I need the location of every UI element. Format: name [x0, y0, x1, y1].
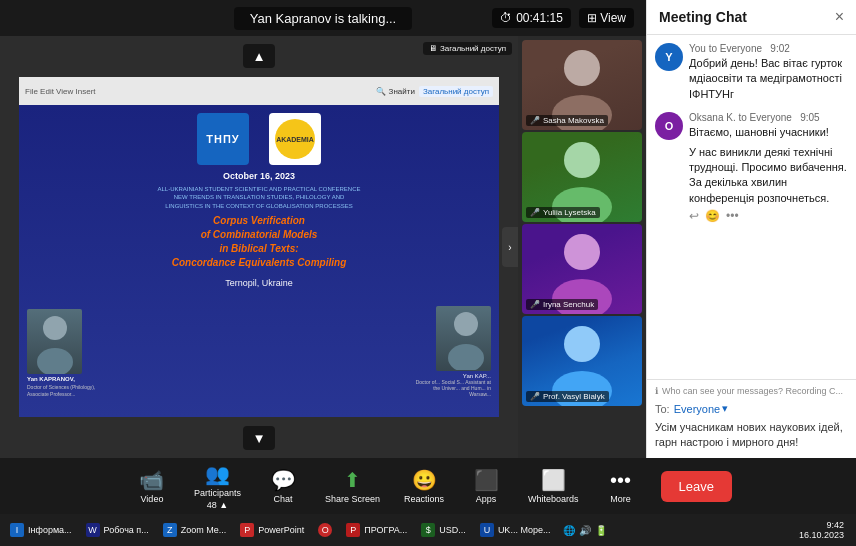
- svg-point-4: [564, 50, 600, 86]
- participant-video-yuliia: 🎤 Yuliia Lysetska: [522, 132, 642, 222]
- chat-title: Meeting Chat: [659, 9, 747, 25]
- message-content-1: You to Everyone 9:02 Добрий день! Вас ві…: [689, 43, 848, 102]
- presenter-title-left: Doctor of Sciences (Philology), Associat…: [27, 384, 107, 397]
- chat-footer-info: ℹ Who can see your messages? Recording C…: [655, 386, 848, 396]
- chat-messages: Y You to Everyone 9:02 Добрий день! Вас …: [647, 35, 856, 379]
- video-icon: 📹: [139, 468, 164, 492]
- logo-tmpu: ТНПУ: [197, 113, 249, 165]
- logo-akademia: AKADEMIA: [269, 113, 321, 165]
- participant-video-vasyl: 🎤 Prof. Vasyl Bialyk: [522, 316, 642, 406]
- win-task-opera[interactable]: O: [312, 517, 338, 543]
- svg-point-2: [454, 312, 478, 336]
- whiteboards-button[interactable]: ⬜ Whiteboards: [518, 464, 589, 508]
- slide-toolbar: File Edit View Insert 🔍 Знайти Загальний…: [19, 77, 499, 105]
- participants-icon: 👥: [205, 462, 230, 486]
- win-clock: 9:42 16.10.2023: [791, 520, 852, 540]
- more-options-button[interactable]: ••• More: [593, 465, 649, 508]
- info-icon: ℹ: [655, 386, 658, 396]
- win-icon-roboca: W: [86, 523, 100, 537]
- presenter-right: Yan KAP... Doctor of... Social S... Assi…: [411, 306, 491, 397]
- chat-label: Chat: [273, 494, 292, 504]
- video-label: Video: [141, 494, 164, 504]
- battery-icon: 🔋: [595, 525, 607, 536]
- chat-close-button[interactable]: ×: [835, 8, 844, 26]
- participants-label: Participants: [194, 488, 241, 498]
- message-text-2: Вітаємо, шановні учасники!: [689, 125, 848, 140]
- chat-panel: Meeting Chat × Y You to Everyone 9:02 До…: [646, 0, 856, 458]
- win-icon-uk: U: [480, 523, 494, 537]
- avatar-oksana: O: [655, 112, 683, 140]
- slide-logos: ТНПУ AKADEMIA: [197, 113, 321, 165]
- presentation-area: ▲ File Edit View Insert 🔍 Знайти Загальн…: [0, 36, 518, 458]
- participant-name-yuliia: 🎤 Yuliia Lysetska: [526, 207, 600, 218]
- collapse-panel-button[interactable]: ›: [502, 227, 518, 267]
- whiteboards-label: Whiteboards: [528, 494, 579, 504]
- slide-up-arrow[interactable]: ▲: [243, 44, 275, 68]
- message-actions: ↩ 😊 •••: [689, 209, 848, 223]
- slide-content: File Edit View Insert 🔍 Знайти Загальний…: [19, 77, 499, 417]
- clock-icon: ⏱: [500, 11, 512, 25]
- win-task-informa[interactable]: І Інформа...: [4, 517, 78, 543]
- slide-title: Corpus Verification of Combinatorial Mod…: [172, 214, 346, 270]
- slide-date: October 16, 2023: [223, 171, 295, 181]
- apps-button[interactable]: ⬛ Apps: [458, 464, 514, 508]
- windows-taskbar: І Інформа... W Робоча п... Z Zoom Me... …: [0, 514, 856, 546]
- slide-location: Ternopil, Ukraine: [225, 278, 293, 288]
- participant-video-iryna: 🎤 Iryna Senchuk: [522, 224, 642, 314]
- avatar-you: Y: [655, 43, 683, 71]
- message-sender-2: Oksana K. to Everyone 9:05: [689, 112, 848, 123]
- whiteboards-icon: ⬜: [541, 468, 566, 492]
- participants-button[interactable]: 👥 Participants 48 ▲: [184, 458, 251, 514]
- win-task-roboca[interactable]: W Робоча п...: [80, 517, 155, 543]
- share-screen-label: Share Screen: [325, 494, 380, 504]
- presenter-photo-right: [436, 306, 491, 371]
- to-everyone-selector[interactable]: Everyone ▾: [674, 402, 728, 415]
- top-bar: Yan Kapranov is talking... ⏱ 00:41:15 ⊞ …: [0, 0, 646, 36]
- mic-icon-sasha: 🎤: [530, 116, 540, 125]
- more-options-icon: •••: [610, 469, 631, 492]
- slide-down-arrow[interactable]: ▼: [243, 426, 275, 450]
- win-date: 16.10.2023: [799, 530, 844, 540]
- presenter-photo-left: [27, 309, 82, 374]
- video-button[interactable]: 📹 Video: [124, 464, 180, 508]
- mic-icon-yuliia: 🎤: [530, 208, 540, 217]
- participant-name-sasha: 🎤 Sasha Makovska: [526, 115, 608, 126]
- more-button[interactable]: •••: [726, 209, 739, 223]
- svg-point-0: [43, 316, 67, 340]
- reply-button[interactable]: ↩: [689, 209, 699, 223]
- slide-main: ТНПУ AKADEMIA October 16, 2023 All-Ukrai…: [19, 105, 499, 417]
- win-icon-usd: $: [421, 523, 435, 537]
- svg-point-3: [448, 344, 484, 370]
- svg-point-10: [564, 326, 600, 362]
- win-task-uk[interactable]: U UK... Море...: [474, 517, 557, 543]
- chat-header: Meeting Chat ×: [647, 0, 856, 35]
- leave-button[interactable]: Leave: [661, 471, 732, 502]
- participant-video-sasha: 🎤 Sasha Makovska: [522, 40, 642, 130]
- chat-button[interactable]: 💬 Chat: [255, 464, 311, 508]
- message-sender-1: You to Everyone 9:02: [689, 43, 848, 54]
- more-options-label: More: [610, 494, 631, 504]
- win-task-ppt[interactable]: P PowerPoint: [234, 517, 310, 543]
- win-icon-programa: P: [346, 523, 360, 537]
- volume-icon: 🔊: [579, 525, 591, 536]
- timer-value: 00:41:15: [516, 11, 563, 25]
- svg-point-1: [37, 348, 73, 374]
- view-icon: ⊞: [587, 11, 597, 25]
- participant-name-iryna: 🎤 Iryna Senchuk: [526, 299, 598, 310]
- win-task-zoom[interactable]: Z Zoom Me...: [157, 517, 233, 543]
- win-task-programa[interactable]: P ПРОГРА...: [340, 517, 413, 543]
- win-icon-ppt: P: [240, 523, 254, 537]
- screen-share-indicator: 🖥 Загальний доступ: [423, 42, 512, 55]
- chat-message-2: O Oksana K. to Everyone 9:05 Вітаємо, ша…: [655, 112, 848, 223]
- reactions-button[interactable]: 😀 Reactions: [394, 464, 454, 508]
- participants-panel: 🎤 Sasha Makovska 🎤 Yuliia Lysetska: [518, 36, 646, 458]
- view-button[interactable]: ⊞ View: [579, 8, 634, 28]
- chat-footer: ℹ Who can see your messages? Recording C…: [647, 379, 856, 458]
- chat-input[interactable]: Усім учасникам нових наукових ідей, гарн…: [655, 420, 848, 452]
- presenter-avatar-left: [30, 310, 80, 374]
- participant-name-vasyl: 🎤 Prof. Vasyl Bialyk: [526, 391, 609, 402]
- win-task-usd[interactable]: $ USD...: [415, 517, 472, 543]
- react-button[interactable]: 😊: [705, 209, 720, 223]
- reactions-label: Reactions: [404, 494, 444, 504]
- share-screen-button[interactable]: ⬆ Share Screen: [315, 464, 390, 508]
